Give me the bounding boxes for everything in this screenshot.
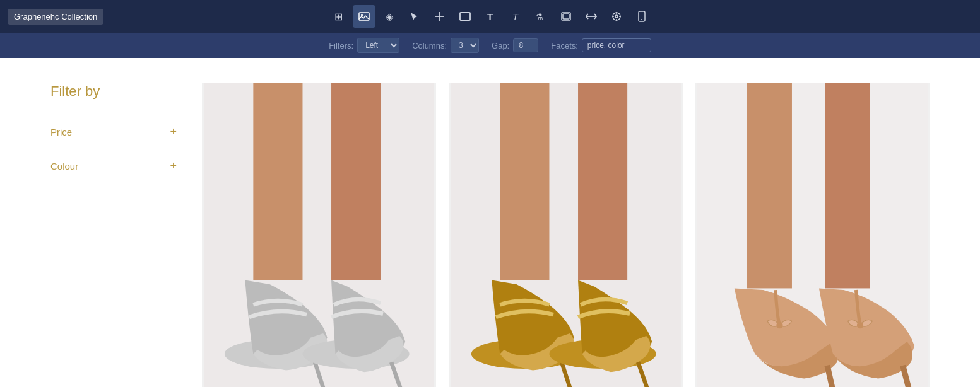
gap-label: Gap: bbox=[492, 41, 509, 50]
product-card-3[interactable]: Katie Bow Detail Thong Strap Square Toe … bbox=[695, 83, 930, 387]
svg-point-10 bbox=[615, 15, 618, 18]
svg-point-1 bbox=[361, 14, 363, 16]
rectangle-icon[interactable] bbox=[454, 5, 476, 28]
facets-label: Facets: bbox=[551, 41, 578, 50]
toolbar-icons-group: ⊞ ◈ T T ⚗ bbox=[328, 5, 653, 28]
main-content: Filter by Price + Colour + bbox=[0, 58, 980, 387]
filters-select[interactable]: Left Right Top bbox=[357, 38, 399, 53]
text-icon[interactable]: T bbox=[504, 5, 527, 28]
svg-rect-37 bbox=[825, 83, 870, 288]
facets-control: Facets: bbox=[551, 38, 651, 52]
target-icon[interactable] bbox=[605, 5, 628, 28]
products-grid: Scape Lace Up Double Strap Platform Stil… bbox=[202, 83, 930, 387]
product-image-1 bbox=[202, 83, 436, 387]
text-bold-icon[interactable]: T bbox=[479, 5, 502, 28]
svg-rect-19 bbox=[331, 83, 381, 280]
brand-label: Graphenehc Collection bbox=[8, 9, 103, 25]
filter-by-title: Filter by bbox=[50, 83, 177, 100]
function-icon[interactable]: ⚗ bbox=[529, 5, 552, 28]
svg-rect-36 bbox=[747, 83, 792, 288]
product-image-2 bbox=[449, 83, 683, 387]
gap-control: Gap: bbox=[492, 38, 538, 52]
svg-text:⚗: ⚗ bbox=[536, 12, 543, 21]
facets-input[interactable] bbox=[582, 38, 651, 52]
colour-filter-label: Colour bbox=[50, 161, 78, 171]
columns-select[interactable]: 3 2 4 bbox=[451, 38, 479, 53]
plus-crosshair-icon[interactable] bbox=[428, 5, 451, 28]
product-image-3 bbox=[695, 83, 930, 387]
grid-icon[interactable]: ⊞ bbox=[328, 5, 350, 28]
svg-rect-18 bbox=[253, 83, 302, 280]
resize-icon[interactable] bbox=[580, 5, 603, 28]
paintbucket-icon[interactable]: ◈ bbox=[378, 5, 401, 28]
colour-filter-row[interactable]: Colour + bbox=[50, 149, 177, 183]
columns-label: Columns: bbox=[412, 41, 447, 50]
filters-label: Filters: bbox=[329, 41, 353, 50]
sidebar: Filter by Price + Colour + bbox=[50, 83, 177, 387]
product-card-2[interactable]: Scape Lace Up Double Strap Platform Stil… bbox=[449, 83, 683, 387]
filters-control: Filters: Left Right Top bbox=[329, 38, 399, 53]
price-filter-toggle[interactable]: + bbox=[170, 125, 177, 139]
price-filter-row[interactable]: Price + bbox=[50, 115, 177, 149]
svg-rect-27 bbox=[500, 83, 549, 280]
colour-filter-toggle[interactable]: + bbox=[170, 159, 177, 173]
svg-rect-28 bbox=[578, 83, 627, 280]
filter-bar: Filters: Left Right Top Columns: 3 2 4 G… bbox=[0, 33, 980, 58]
mobile-icon[interactable] bbox=[630, 5, 653, 28]
cursor-icon[interactable] bbox=[403, 5, 426, 28]
svg-rect-4 bbox=[460, 13, 470, 20]
svg-rect-7 bbox=[563, 14, 569, 19]
gap-input[interactable] bbox=[513, 38, 538, 52]
product-card-1[interactable]: Scape Lace Up Double Strap Platform Stil… bbox=[202, 83, 436, 387]
layers-icon[interactable] bbox=[555, 5, 577, 28]
columns-control: Columns: 3 2 4 bbox=[412, 38, 479, 53]
svg-rect-0 bbox=[359, 13, 369, 20]
top-toolbar: Graphenehc Collection ⊞ ◈ T T ⚗ bbox=[0, 0, 980, 33]
image-icon[interactable] bbox=[353, 5, 375, 28]
price-filter-label: Price bbox=[50, 127, 72, 137]
